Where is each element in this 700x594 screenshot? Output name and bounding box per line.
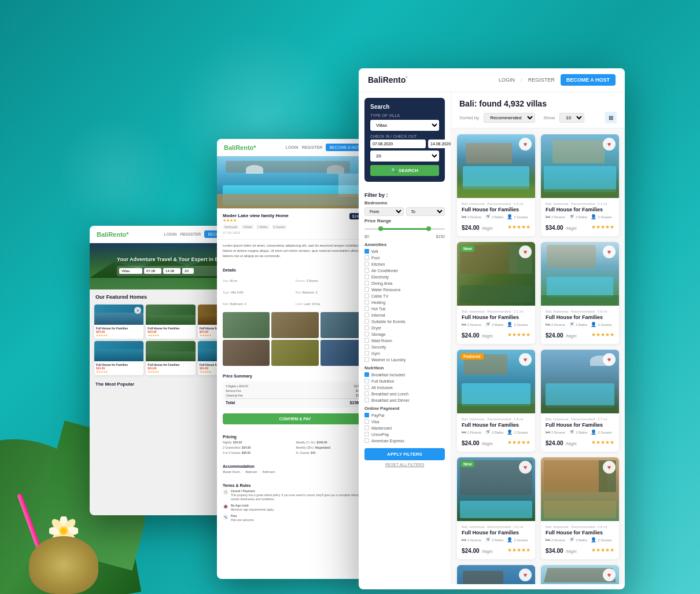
bedrooms-from-select[interactable]: From: [364, 207, 404, 216]
term-age-text: No Age Limit Minimum age requirements ap…: [231, 504, 274, 512]
home-card-1[interactable]: ♥ Full House for Families $24.00 ★★★★★: [94, 305, 143, 339]
amenity-dryer-checkbox[interactable]: [364, 325, 369, 330]
price-range-track[interactable]: [364, 228, 445, 230]
amenity-internet: Internet: [364, 313, 445, 317]
villa-heart-2[interactable]: ♥: [603, 138, 616, 151]
show-select[interactable]: 10: [559, 113, 584, 123]
amenity-kitchen: Kitchen: [364, 262, 445, 266]
villa-heart-3[interactable]: ♥: [519, 245, 532, 258]
confirm-pay-button[interactable]: CONFIRM & PAY: [223, 413, 367, 424]
villa-heart-4[interactable]: ♥: [603, 245, 616, 258]
payment-paypal-checkbox[interactable]: [364, 413, 369, 417]
results-register-link[interactable]: REGISTER: [528, 77, 555, 83]
booking-thumb-4[interactable]: [223, 340, 270, 366]
nutrition-full: Full Nutrition: [364, 379, 445, 383]
payment-mastercard-checkbox[interactable]: [364, 426, 369, 430]
villa-heart-8[interactable]: ♥: [603, 461, 616, 474]
home-card-5[interactable]: Full House for Families $24.00 ★★★★★: [146, 341, 195, 375]
amenity-wifi-checkbox[interactable]: [364, 249, 369, 254]
villa-card-10[interactable]: ♥ Bali, Indonesia · Recommended · 3.4 mi…: [541, 565, 619, 584]
nutrition-blunch-checkbox[interactable]: [364, 391, 369, 396]
villa-heart-9[interactable]: ♥: [519, 569, 532, 581]
villa-type-select[interactable]: Villas: [370, 120, 439, 131]
booking-login-link[interactable]: LOGIN: [286, 145, 299, 149]
hero-checkin-input[interactable]: [144, 268, 161, 274]
home-card-img-1: ♥: [94, 305, 143, 325]
villa-card-3[interactable]: New ♥ Bali, Indonesia · Recommended · 2.…: [457, 242, 535, 344]
amenity-washer: Washer or Laundry: [364, 357, 445, 362]
term-cancel: 📋 Cancel / Payment This property has a g…: [223, 489, 367, 501]
nutrition-full-checkbox[interactable]: [364, 379, 369, 383]
bedrooms-to-select[interactable]: To: [406, 207, 445, 216]
villa-card-7[interactable]: New ♥ Bali, Indonesia · Recommended · 4.…: [457, 457, 535, 559]
price-row-nights: 3 Nights x $34.00 $102.00: [226, 384, 364, 388]
booking-thumb-2[interactable]: [271, 312, 318, 338]
amenity-maidroom-checkbox[interactable]: [364, 338, 369, 343]
reset-filters-link[interactable]: RESET ALL FILTERS: [364, 463, 445, 467]
villa-heart-10[interactable]: ♥: [603, 569, 616, 581]
amenity-electricity-checkbox[interactable]: [364, 274, 369, 279]
villa-heart-7[interactable]: ♥: [519, 461, 532, 474]
villa-heart-1[interactable]: ♥: [519, 138, 532, 151]
results-become-host-btn[interactable]: BECOME A HOST: [561, 74, 616, 86]
nutrition-breakfast-checkbox[interactable]: [364, 372, 369, 377]
results-login-link[interactable]: LOGIN: [499, 77, 515, 83]
hero-type-input[interactable]: [119, 268, 142, 274]
booking-stars: ★★★★: [223, 218, 289, 223]
villa-card-4[interactable]: ♥ Bali, Indonesia · Recommended · 5.0 mi…: [541, 242, 619, 344]
amenity-storage-checkbox[interactable]: [364, 332, 369, 336]
sort-select[interactable]: Recommended: [484, 113, 535, 123]
nutrition-blunch: Breakfast and Lunch: [364, 391, 445, 396]
villa-name-3: Full House for Families: [462, 314, 530, 320]
amenity-events-checkbox[interactable]: [364, 319, 369, 324]
amenity-washer-checkbox[interactable]: [364, 357, 369, 362]
villa-card-2[interactable]: ♥ Bali, Indonesia · Recommended · 3.2 mi…: [541, 134, 619, 236]
amenity-water-checkbox[interactable]: [364, 287, 369, 292]
results-count-title: Bali: found 4,932 villas: [459, 99, 617, 108]
price-range-thumb-left[interactable]: [378, 226, 383, 231]
amenity-heating-checkbox[interactable]: [364, 300, 369, 305]
amenity-kitchen-checkbox[interactable]: [364, 262, 369, 266]
nutrition-inclusive-checkbox[interactable]: [364, 385, 369, 390]
hero-guests-input[interactable]: [182, 268, 194, 274]
coconut-body: [29, 536, 98, 594]
amenity-hottub-checkbox[interactable]: [364, 306, 369, 311]
amenity-ac-checkbox[interactable]: [364, 268, 369, 273]
search-button[interactable]: 🔍 SEARCH: [370, 165, 439, 176]
villa-heart-6[interactable]: ♥: [603, 353, 616, 366]
booking-register-link[interactable]: REGISTER: [302, 145, 323, 149]
amenity-dining-checkbox[interactable]: [364, 281, 369, 285]
villa-card-5[interactable]: Featured ♥ Bali, Indonesia · Recommended…: [457, 350, 535, 452]
apply-filters-button[interactable]: APPLY FILTERS: [364, 448, 445, 460]
price-range-thumb-right[interactable]: [426, 226, 431, 231]
home-card-2[interactable]: Full House for Families $24.00 ★★★★★: [146, 305, 195, 339]
amenity-gym-checkbox[interactable]: [364, 351, 369, 355]
villa-card-1[interactable]: ♥ Bali, Indonesia · Recommended · 4.5 mi…: [457, 134, 535, 236]
amenity-security-checkbox[interactable]: [364, 344, 369, 349]
hero-checkout-input[interactable]: [163, 268, 180, 274]
amenity-internet-checkbox[interactable]: [364, 313, 369, 317]
main-login-link[interactable]: LOGIN: [164, 232, 177, 236]
booking-thumb-1[interactable]: [223, 312, 270, 338]
term-pets-text: Pets Pets are welcome: [231, 514, 254, 522]
main-register-link[interactable]: REGISTER: [180, 232, 201, 236]
payment-amex-checkbox[interactable]: [364, 438, 369, 443]
villa-heart-5[interactable]: ♥: [519, 353, 532, 366]
payment-unionpay-checkbox[interactable]: [364, 432, 369, 437]
villa-stars-8: ★★★★★: [591, 547, 614, 553]
checkout-input[interactable]: [428, 140, 451, 148]
villa-card-8[interactable]: ♥ Bali, Indonesia · Recommended · 2.9 mi…: [541, 457, 619, 559]
booking-thumb-5[interactable]: [271, 340, 318, 366]
amenity-security: Security: [364, 344, 445, 349]
villa-card-6[interactable]: ♥ Bali, Indonesia · Recommended · 3.7 mi…: [541, 350, 619, 452]
amenity-pool-checkbox[interactable]: [364, 255, 369, 260]
villa-card-9[interactable]: ♥ Bali, Indonesia · Recommended · 6.1 mi…: [457, 565, 535, 584]
payment-mastercard: Mastercard: [364, 426, 445, 430]
checkin-input[interactable]: [370, 140, 426, 148]
home-card-4[interactable]: Full House for Families $24.00 ★★★★★: [94, 341, 143, 375]
guests-select[interactable]: 20: [370, 151, 439, 162]
payment-visa-checkbox[interactable]: [364, 419, 369, 424]
amenity-cabletv-checkbox[interactable]: [364, 294, 369, 298]
grid-toggle-icon[interactable]: ⊞: [605, 112, 617, 123]
nutrition-bdinner-checkbox[interactable]: [364, 398, 369, 402]
